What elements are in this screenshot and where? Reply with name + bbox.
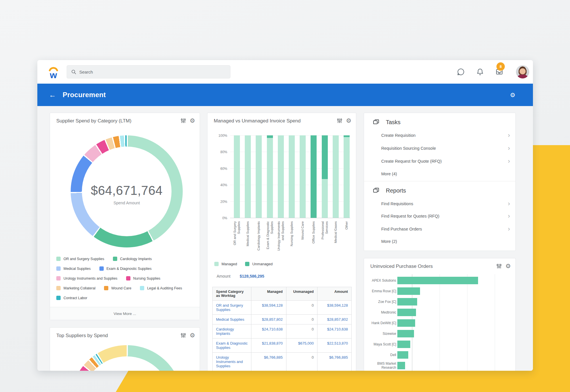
- stacked-bar[interactable]: [278, 135, 284, 218]
- unmanaged-segment: [322, 135, 328, 179]
- legend-item[interactable]: Exam & Diagnostic Supplies: [99, 266, 152, 271]
- task-item[interactable]: Create Requisition›: [381, 131, 510, 140]
- filter-sliders-icon[interactable]: [181, 118, 186, 123]
- stacked-bar[interactable]: [322, 135, 328, 218]
- stacked-bar[interactable]: [333, 135, 339, 218]
- stacked-bar[interactable]: [245, 135, 251, 218]
- value-cell[interactable]: $38,594,128: [251, 301, 286, 315]
- report-item[interactable]: Find Purchase Orders›: [381, 224, 510, 234]
- stacked-bar[interactable]: [234, 135, 240, 218]
- value-cell[interactable]: $6,766,885: [317, 353, 352, 371]
- legend-item[interactable]: Unmanaged: [245, 262, 273, 266]
- task-item[interactable]: Requisition Sourcing Console›: [381, 144, 510, 153]
- report-item-label: Find Purchase Orders: [381, 227, 422, 231]
- workday-logo[interactable]: w: [47, 64, 60, 80]
- supplier-bar[interactable]: [397, 330, 414, 337]
- stacked-bar[interactable]: [289, 135, 295, 218]
- value-cell[interactable]: $6,766,885: [251, 353, 286, 371]
- card-gear-icon[interactable]: ⚙: [190, 332, 195, 338]
- report-item-label: Find Requisitions: [381, 201, 413, 206]
- x-axis-label: OR and Surgery Supplies: [233, 221, 241, 253]
- report-item[interactable]: More (2): [381, 237, 510, 246]
- value-cell: 0: [286, 315, 317, 324]
- value-cell[interactable]: $22,513,870: [317, 339, 352, 353]
- card-gear-icon[interactable]: ⚙: [346, 118, 351, 124]
- legend-item[interactable]: Managed: [214, 262, 237, 266]
- top-bar: w 8: [37, 60, 533, 84]
- supplier-label: Hank DeWitt [C]: [369, 321, 396, 325]
- legend-item[interactable]: Medical Supplies: [56, 266, 91, 271]
- value-cell[interactable]: $28,857,802: [317, 315, 352, 324]
- supplier-bar[interactable]: [397, 351, 408, 359]
- card-title: Top Suppliers by Spend: [56, 333, 108, 339]
- value-cell[interactable]: $38,594,128: [317, 301, 352, 315]
- stacked-bar[interactable]: [344, 135, 350, 218]
- legend-item[interactable]: Wound Care: [104, 286, 131, 290]
- report-item-label: Find Request for Quotes (RFQ): [381, 214, 439, 218]
- table-header-cell: Unmanaged: [286, 287, 317, 301]
- supplier-bar[interactable]: [397, 309, 416, 316]
- value-cell[interactable]: $24,710,638: [317, 324, 352, 339]
- table-header-cell: Managed: [251, 287, 286, 301]
- x-axis-label: Cardiology Implants: [257, 221, 261, 253]
- stacked-bar[interactable]: [267, 135, 273, 218]
- supplier-bar[interactable]: [397, 341, 410, 348]
- layers-icon: [373, 187, 380, 194]
- legend-item[interactable]: Contract Labor: [56, 296, 87, 300]
- legend-item[interactable]: Legal & Auditing Fees: [140, 286, 182, 290]
- supplier-bar[interactable]: [397, 362, 405, 369]
- filter-sliders-icon[interactable]: [337, 118, 342, 123]
- supplier-bar[interactable]: [397, 277, 478, 284]
- category-link[interactable]: Cardiology Implants: [213, 324, 251, 339]
- task-item[interactable]: More (4): [381, 169, 510, 178]
- managed-segment: [333, 135, 339, 218]
- legend-item[interactable]: Marketing Collateral: [56, 286, 95, 290]
- legend-item[interactable]: Cardiology Implants: [113, 257, 152, 261]
- category-link[interactable]: Urology Instruments and Supplies: [213, 353, 251, 371]
- legend-item[interactable]: OR and Surgery Supplies: [56, 257, 104, 261]
- value-cell[interactable]: $675,000: [286, 339, 317, 353]
- stacked-bar[interactable]: [300, 135, 306, 218]
- report-item[interactable]: Find Requisitions›: [381, 199, 510, 208]
- value-cell[interactable]: $28,857,802: [251, 315, 286, 324]
- stacked-bar[interactable]: [256, 135, 262, 218]
- legend-label: Cardiology Implants: [120, 257, 152, 261]
- value-cell: 0: [286, 324, 317, 339]
- top-suppliers-donut-chart[interactable]: [71, 345, 183, 371]
- notifications-bell-icon[interactable]: [476, 68, 484, 76]
- category-link[interactable]: Exam & Diagnostic Supplies: [213, 339, 251, 353]
- value-cell[interactable]: $24,710,638: [251, 324, 286, 339]
- header-gear-icon[interactable]: ⚙: [510, 84, 515, 106]
- stacked-bar[interactable]: [311, 135, 317, 218]
- card-gear-icon[interactable]: ⚙: [190, 118, 195, 124]
- supplier-bar[interactable]: [397, 319, 415, 327]
- stacked-bar-chart: 100%80%60%40%20%0%: [230, 135, 350, 218]
- x-axis-label: Medical Supplies: [246, 221, 250, 253]
- chat-icon[interactable]: [457, 68, 465, 76]
- supplier-bar[interactable]: [397, 287, 420, 295]
- legend-label: Contract Labor: [63, 296, 87, 300]
- task-item[interactable]: Create Request for Quote (RFQ)›: [381, 157, 510, 166]
- amount-value-link[interactable]: $128,586,295: [240, 274, 264, 278]
- report-item[interactable]: Find Request for Quotes (RFQ)›: [381, 212, 510, 221]
- spend-amount-value: $64,671,764: [82, 183, 171, 198]
- task-item-label: Requisition Sourcing Console: [381, 146, 436, 151]
- legend-item[interactable]: Nursing Supplies: [126, 276, 161, 280]
- filter-sliders-icon[interactable]: [181, 333, 186, 338]
- legend-swatch: [214, 262, 219, 266]
- profile-avatar[interactable]: [516, 65, 529, 78]
- supplier-bar[interactable]: [397, 298, 417, 305]
- table-row: Cardiology Implants$24,710,6380$24,710,6…: [213, 324, 352, 339]
- value-cell[interactable]: $21,838,870: [251, 339, 286, 353]
- report-item-label: More (2): [381, 239, 397, 244]
- search-input[interactable]: [79, 70, 226, 74]
- back-arrow-icon[interactable]: ←: [49, 84, 56, 106]
- spend-amount-label: Spend Amount: [82, 201, 171, 205]
- tasks-title: Tasks: [386, 119, 400, 126]
- supplier-row: Maya Scott [C]: [369, 339, 396, 349]
- card-tools: ⚙: [337, 118, 351, 124]
- legend-item[interactable]: Urology Instruments and Supplies: [56, 276, 118, 280]
- view-more-link[interactable]: View More ...: [50, 307, 200, 320]
- category-link[interactable]: Medical Supplies: [213, 315, 251, 324]
- category-link[interactable]: OR and Surgery Supplies: [213, 301, 251, 315]
